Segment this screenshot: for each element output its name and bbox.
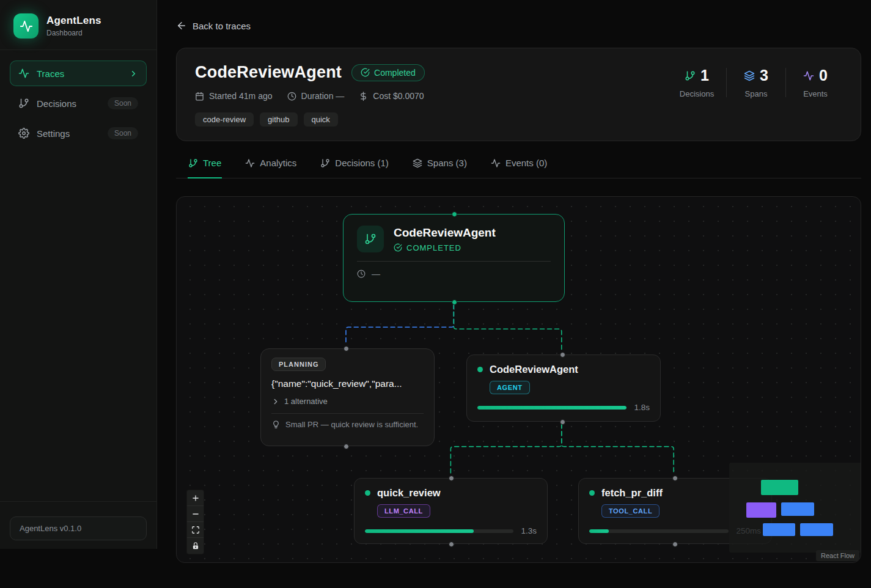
span-duration: 1.8s [634, 403, 650, 412]
duration-bar-fill [477, 406, 627, 410]
alternatives-label: 1 alternative [284, 397, 328, 406]
node-title: quick_review [377, 487, 441, 499]
activity-icon [491, 158, 501, 168]
app-subtitle: Dashboard [46, 29, 101, 37]
back-link-label: Back to traces [193, 21, 251, 31]
canvas-controls [187, 490, 204, 554]
stat-events: 0 Events [788, 67, 842, 98]
node-divider [271, 413, 424, 414]
edge-root-to-decision [346, 304, 454, 345]
activity-icon [803, 70, 814, 81]
tab-label: Analytics [260, 158, 296, 168]
handle-decision-top[interactable] [344, 346, 349, 351]
node-title: CodeReviewAgent [394, 226, 496, 240]
minimap-node-decision [746, 502, 776, 518]
stat-spans: 3 Spans [729, 67, 783, 98]
span-type-badge: AGENT [490, 381, 530, 394]
tag: code-review [195, 112, 254, 127]
node-title: fetch_pr_diff [601, 487, 663, 499]
minimap-node-agent-span [781, 502, 814, 516]
decision-value: {"name":"quick_review","para... [271, 378, 424, 389]
handle-quick-review-bottom[interactable] [449, 542, 454, 547]
fit-view-button[interactable] [187, 522, 204, 538]
status-badge-label: Completed [374, 68, 416, 78]
node-duration: — [372, 269, 380, 279]
stat-divider [785, 68, 786, 97]
decision-reason: Small PR — quick review is sufficient. [285, 420, 418, 429]
trace-header-card: CodeReviewAgent Completed Started 41m ag… [176, 48, 861, 141]
react-flow-attribution[interactable]: React Flow [816, 550, 859, 561]
minimap[interactable] [729, 463, 861, 553]
soon-badge: Soon [108, 127, 138, 139]
status-dot [589, 490, 595, 496]
handle-decision-bottom[interactable] [344, 444, 349, 449]
alternatives-toggle[interactable]: 1 alternative [271, 397, 424, 406]
duration-bar [589, 529, 729, 533]
edge-agent-to-fetch-pr-diff [562, 424, 674, 474]
check-circle-icon [394, 243, 402, 252]
check-circle-icon [361, 68, 370, 77]
duration-text: Duration — [301, 91, 345, 101]
clock-icon [287, 92, 296, 101]
layers-icon [413, 158, 422, 168]
status-dot [365, 490, 370, 496]
handle-root-top[interactable] [452, 211, 457, 217]
span-duration: 1.3s [521, 526, 537, 535]
root-node-codereviewagent[interactable]: CodeReviewAgent COMPLETED — [343, 214, 565, 302]
sidebar-item-label: Settings [37, 128, 70, 139]
node-title: CodeReviewAgent [490, 364, 578, 375]
brand: AgentLens Dashboard [0, 0, 156, 50]
sidebar-item-label: Traces [37, 68, 64, 79]
lightbulb-icon [271, 420, 281, 429]
handle-agent-top[interactable] [560, 352, 565, 358]
dollar-icon [359, 92, 368, 101]
minimap-node-root [761, 480, 798, 495]
tab-spans[interactable]: Spans (3) [412, 158, 468, 178]
zoom-in-button[interactable] [187, 490, 204, 506]
back-link[interactable]: Back to traces [176, 20, 251, 31]
git-branch-icon [320, 158, 330, 168]
started-text: Started 41m ago [209, 91, 273, 101]
tag: github [260, 112, 297, 127]
duration-bar [477, 406, 627, 410]
tab-label: Spans (3) [427, 158, 467, 168]
view-tabs: Tree Analytics Decisions (1) Spans (3) E… [176, 158, 861, 178]
duration-bar [365, 529, 513, 533]
gear-icon [18, 128, 29, 139]
trace-stats: 1 Decisions 3 Spans 0 [670, 67, 842, 126]
duration-bar-fill [589, 529, 609, 533]
clock-icon [357, 270, 366, 278]
lock-button[interactable] [187, 538, 204, 554]
tab-analytics[interactable]: Analytics [244, 158, 297, 178]
tab-decisions[interactable]: Decisions (1) [320, 158, 389, 178]
handle-fetch-pr-diff-bottom[interactable] [672, 542, 678, 547]
calendar-icon [195, 92, 204, 101]
span-type-badge: TOOL_CALL [601, 504, 660, 518]
tab-tree[interactable]: Tree [188, 158, 222, 178]
decision-node-planning[interactable]: PLANNING {"name":"quick_review","para...… [260, 348, 435, 446]
sidebar-item-decisions[interactable]: Decisions Soon [10, 90, 147, 116]
handle-fetch-pr-diff-top[interactable] [672, 476, 678, 481]
trace-tree-canvas[interactable]: CodeReviewAgent COMPLETED — PLANNING {" [176, 196, 861, 563]
sidebar-item-traces[interactable]: Traces [10, 61, 147, 86]
tag: quick [304, 112, 338, 127]
stat-label: Spans [745, 89, 768, 98]
sidebar-item-settings[interactable]: Settings Soon [10, 120, 147, 146]
sidebar-item-label: Decisions [37, 98, 76, 109]
stat-value: 1 [700, 67, 709, 84]
stat-divider [726, 68, 727, 97]
handle-agent-bottom[interactable] [560, 419, 565, 425]
stat-label: Events [803, 89, 828, 98]
sidebar: AgentLens Dashboard Traces Decisions Soo… [0, 0, 157, 549]
span-node-codereviewagent[interactable]: CodeReviewAgent AGENT 1.8s [466, 355, 661, 422]
tab-label: Events (0) [505, 158, 547, 168]
trace-meta: Started 41m ago Duration — Cost $0.0070 [195, 91, 425, 101]
git-branch-icon [18, 98, 29, 109]
span-node-quick-review[interactable]: quick_review LLM_CALL 1.3s [354, 478, 548, 544]
zoom-out-button[interactable] [187, 506, 204, 522]
app-name: AgentLens [46, 15, 101, 27]
handle-quick-review-top[interactable] [449, 476, 454, 481]
handle-root-bottom[interactable] [452, 300, 457, 305]
cost-meta: Cost $0.0070 [359, 91, 424, 101]
tab-events[interactable]: Events (0) [490, 158, 548, 178]
